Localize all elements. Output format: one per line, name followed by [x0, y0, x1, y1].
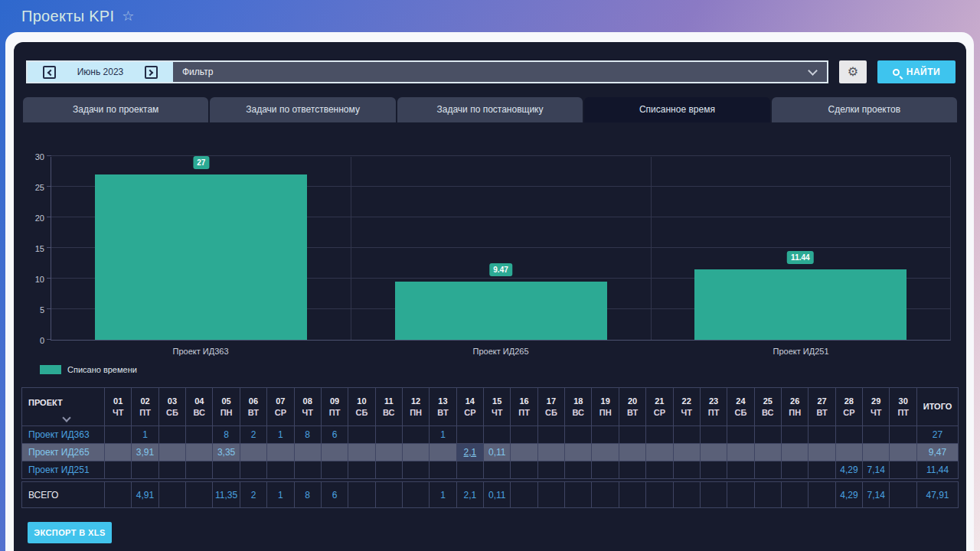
day-cell[interactable]: 2,1 — [456, 444, 483, 461]
day-cell — [537, 461, 564, 479]
time-chart: 279.4711.44 Проект ИД363Проект ИД265Прое… — [24, 122, 956, 375]
bar-Проект ИД265[interactable]: 9.47 — [395, 282, 607, 340]
day-cell[interactable]: 7,14 — [863, 482, 890, 508]
day-cell[interactable]: 8 — [294, 426, 321, 444]
day-cell[interactable]: 1 — [267, 426, 294, 444]
day-cell — [511, 426, 537, 444]
day-cell[interactable]: 1 — [132, 426, 158, 444]
page-title: Проекты KPI — [21, 8, 114, 25]
day-cell[interactable]: 3,91 — [132, 444, 158, 461]
tab-2[interactable]: Задачи по ответственному — [210, 97, 395, 122]
y-tick — [47, 155, 51, 156]
col-header-day-03: 03СБ — [158, 388, 185, 426]
filter-field[interactable]: Июнь 2023 — [26, 60, 828, 83]
project-name-cell[interactable]: Проект ИД265 — [22, 444, 105, 461]
day-cell[interactable]: 8 — [294, 482, 321, 508]
col-header-day-24: 24СБ — [727, 388, 754, 426]
day-cell[interactable]: 4,29 — [835, 482, 862, 508]
col-header-total: ИТОГО — [917, 388, 959, 426]
top-bar: Проекты KPI ☆ — [0, 0, 980, 32]
settings-gear-button[interactable]: ⚙ — [839, 60, 867, 83]
day-cell[interactable]: 8 — [213, 426, 240, 444]
day-cell[interactable]: 4,91 — [132, 482, 158, 508]
col-header-day-05: 05ПН — [213, 388, 240, 426]
day-cell[interactable]: 2 — [240, 426, 266, 444]
total-cell: 47,91 — [917, 482, 959, 508]
day-cell — [186, 482, 213, 508]
day-cell — [619, 482, 645, 508]
category-separator — [651, 157, 652, 340]
chevron-down-icon[interactable] — [808, 66, 818, 76]
bar-Проект ИД251[interactable]: 11.44 — [694, 269, 906, 340]
day-cell — [700, 444, 727, 461]
project-name-cell[interactable]: Проект ИД251 — [22, 461, 105, 479]
chevron-left-icon — [47, 70, 54, 76]
day-cell — [863, 444, 890, 461]
tab-3[interactable]: Задачи по постановщику — [397, 97, 583, 122]
day-cell[interactable]: 2,1 — [456, 482, 483, 508]
tab-5[interactable]: Сделки проектов — [772, 97, 957, 122]
day-cell[interactable]: 0,11 — [484, 482, 511, 508]
chevron-right-icon — [147, 70, 153, 76]
day-cell — [890, 444, 917, 461]
day-cell — [132, 461, 158, 479]
y-tick — [47, 217, 51, 217]
day-cell[interactable]: 3,35 — [213, 444, 240, 461]
day-cell[interactable]: 6 — [321, 482, 348, 508]
day-cell[interactable]: 7,14 — [863, 461, 890, 479]
day-cell[interactable]: 1 — [267, 482, 294, 508]
search-button[interactable]: НАЙТИ — [877, 60, 956, 83]
y-tick — [47, 339, 51, 340]
total-cell: 9,47 — [917, 444, 959, 461]
day-cell[interactable]: 1 — [430, 482, 456, 508]
day-cell — [348, 482, 375, 508]
export-xls-button[interactable]: ЭКСПОРТ В XLS — [28, 522, 112, 543]
day-cell[interactable]: 2 — [240, 482, 266, 508]
day-cell — [348, 444, 375, 461]
y-axis-label: 25 — [24, 183, 44, 192]
total-cell: 27 — [917, 426, 959, 444]
day-cell — [727, 482, 754, 508]
day-cell[interactable]: 4,29 — [835, 461, 862, 479]
day-cell — [186, 426, 213, 444]
day-cell — [321, 461, 348, 479]
bar-Проект ИД363[interactable]: 27 — [95, 174, 307, 340]
day-cell — [537, 426, 564, 444]
day-cell — [402, 461, 429, 479]
col-header-day-09: 09ПТ — [321, 388, 348, 426]
day-cell[interactable]: 0,11 — [484, 444, 511, 461]
day-cell — [158, 444, 185, 461]
day-cell[interactable]: 6 — [321, 426, 348, 444]
col-header-day-11: 11ВС — [375, 388, 402, 426]
y-axis-label: 30 — [24, 152, 44, 161]
project-name-cell[interactable]: Проект ИД363 — [22, 426, 105, 444]
col-header-day-20: 20ВТ — [619, 388, 645, 426]
favorite-star-icon[interactable]: ☆ — [122, 8, 134, 24]
prev-month-button[interactable] — [43, 66, 56, 79]
month-selector[interactable]: Июнь 2023 — [28, 62, 173, 82]
day-cell — [890, 461, 917, 479]
search-button-label: НАЙТИ — [906, 67, 940, 77]
day-cell[interactable]: 1 — [430, 426, 456, 444]
time-table: ПРОЕКТ01ЧТ02ПТ03СБ04ВС05ПН06ВТ07СР08ЧТ09… — [21, 387, 959, 508]
day-cell — [646, 426, 673, 444]
tab-1[interactable]: Задачи по проектам — [23, 97, 208, 122]
col-header-day-07: 07СР — [267, 388, 294, 426]
col-header-day-06: 06ВТ — [240, 388, 266, 426]
day-cell — [700, 482, 727, 508]
day-cell — [158, 482, 185, 508]
day-cell — [375, 461, 402, 479]
filter-input[interactable] — [173, 67, 809, 77]
day-cell — [348, 426, 375, 444]
day-cell — [105, 444, 132, 461]
next-month-button[interactable] — [145, 66, 158, 79]
day-cell — [890, 426, 917, 444]
day-cell — [646, 444, 673, 461]
tab-4[interactable]: Списанное время — [584, 97, 769, 122]
table-row: Проект ИД2514,297,1411,44 — [22, 461, 959, 479]
col-header-project[interactable]: ПРОЕКТ — [22, 388, 105, 426]
category-separator — [351, 157, 351, 340]
day-cell — [808, 444, 835, 461]
time-table-wrap: ПРОЕКТ01ЧТ02ПТ03СБ04ВС05ПН06ВТ07СР08ЧТ09… — [21, 387, 959, 508]
day-cell[interactable]: 11,35 — [213, 482, 240, 508]
